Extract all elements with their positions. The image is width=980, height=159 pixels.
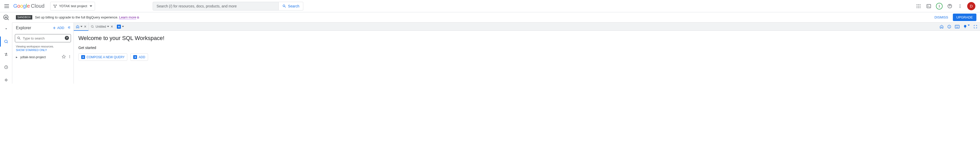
search-button[interactable]: Search [279, 2, 303, 11]
svg-rect-31 [958, 26, 958, 26]
svg-point-8 [920, 6, 920, 6]
svg-point-14 [950, 7, 950, 7]
tabstrip-actions [940, 22, 980, 31]
tree-project-node[interactable]: ▸ ydtak-test-project [12, 54, 73, 61]
add-button[interactable]: ADD [52, 26, 64, 30]
rail-reservations[interactable] [3, 76, 10, 84]
new-tab-button[interactable]: + [117, 25, 121, 29]
dropdown-icon[interactable] [122, 26, 124, 27]
svg-point-9 [916, 7, 917, 8]
search-icon [282, 4, 286, 8]
explorer-title: Explorer [16, 26, 31, 30]
left-rail [0, 22, 12, 84]
add-button[interactable]: +ADD [130, 53, 148, 61]
bigquery-service-icon[interactable] [0, 14, 12, 21]
dropdown-icon[interactable] [80, 26, 83, 27]
close-icon[interactable]: × [84, 24, 86, 29]
help-icon[interactable] [947, 3, 953, 9]
svg-point-23 [69, 56, 70, 57]
upgrade-button[interactable]: UPGRADE [953, 14, 977, 21]
logo[interactable]: Google Cloud [13, 3, 45, 9]
project-picker[interactable]: YDTAK test project [50, 2, 95, 11]
expand-icon[interactable]: ▸ [16, 55, 18, 59]
learn-more-link[interactable]: Learn more [119, 15, 136, 19]
search-wrap: Search (/) for resources, docs, products… [153, 2, 303, 11]
svg-point-7 [918, 6, 919, 6]
info-icon[interactable] [947, 25, 951, 29]
svg-rect-12 [927, 4, 931, 8]
sandbox-badge: SANDBOX [16, 15, 32, 19]
explorer-search-input[interactable] [15, 34, 71, 42]
tab-strip: × Untitled × + [74, 22, 980, 31]
svg-point-22 [69, 55, 70, 56]
svg-rect-30 [957, 26, 958, 26]
rail-sql-workspace[interactable] [3, 38, 10, 45]
rail-dot[interactable] [3, 25, 10, 32]
tab-new: + [115, 22, 126, 31]
svg-point-25 [91, 26, 94, 27]
sandbox-banner: SANDBOX Set up billing to upgrade to the… [12, 12, 980, 22]
tab-untitled[interactable]: Untitled × [89, 22, 115, 31]
menu-icon[interactable] [3, 3, 10, 9]
banner-text: Set up billing to upgrade to the full Bi… [35, 15, 139, 19]
cloud-shell-icon[interactable] [926, 3, 932, 9]
logo-cloud: Cloud [31, 3, 45, 9]
svg-point-5 [920, 4, 920, 5]
svg-point-16 [960, 6, 961, 6]
dismiss-button[interactable]: DISMISS [934, 15, 948, 19]
dropdown-icon[interactable] [107, 26, 109, 27]
svg-point-21 [5, 79, 7, 81]
body: Explorer ADD ? Viewing workspace resourc… [0, 22, 980, 84]
close-icon[interactable]: × [111, 24, 113, 29]
home-icon [76, 25, 80, 29]
svg-point-10 [918, 7, 919, 8]
svg-point-11 [920, 7, 920, 8]
rail-transfers[interactable] [3, 51, 10, 58]
apps-icon[interactable] [915, 3, 921, 9]
home-shortcut-icon[interactable] [940, 25, 943, 29]
get-started-heading: Get started [78, 46, 975, 50]
project-icon [53, 4, 57, 8]
svg-point-3 [916, 4, 917, 5]
content-area: Welcome to your SQL Workspace! Get start… [74, 31, 980, 65]
project-name: YDTAK test project [59, 4, 88, 8]
top-header: Google Cloud YDTAK test project Search (… [0, 0, 980, 12]
search-help-icon[interactable]: ? [65, 36, 69, 40]
search-icon [17, 36, 21, 40]
avatar[interactable]: D [967, 2, 975, 10]
viewing-info: Viewing workspace resources. [12, 43, 73, 48]
external-icon: ⧉ [137, 16, 139, 19]
notifications-badge[interactable]: 1 [936, 3, 943, 10]
svg-rect-28 [956, 26, 956, 26]
tab-home[interactable]: × [74, 22, 89, 31]
show-starred-link[interactable]: SHOW STARRED ONLY [12, 48, 73, 54]
svg-point-17 [960, 7, 961, 8]
more-icon[interactable] [68, 55, 72, 59]
query-icon [91, 25, 94, 28]
svg-rect-27 [955, 25, 959, 28]
collapse-panel-icon[interactable] [67, 25, 72, 31]
explorer-search: ? [15, 34, 71, 42]
svg-rect-29 [956, 26, 957, 26]
keyboard-icon[interactable] [955, 25, 959, 29]
rail-scheduled[interactable] [3, 64, 10, 71]
explorer-panel: Explorer ADD ? Viewing workspace resourc… [12, 22, 74, 84]
fullscreen-icon[interactable] [973, 25, 977, 29]
dropdown-icon [90, 5, 92, 7]
svg-point-4 [918, 4, 919, 5]
compose-query-button[interactable]: +COMPOSE A NEW QUERY [78, 53, 127, 61]
more-icon[interactable] [957, 3, 963, 9]
explorer-header: Explorer ADD [12, 22, 73, 33]
star-icon[interactable] [62, 55, 66, 59]
search-input[interactable]: Search (/) for resources, docs, products… [153, 2, 279, 11]
tree-node-label: ydtak-test-project [20, 55, 46, 59]
svg-rect-32 [956, 27, 958, 27]
lightbulb-icon[interactable] [963, 25, 970, 29]
svg-point-6 [916, 6, 917, 6]
svg-point-15 [960, 4, 961, 5]
svg-point-24 [69, 58, 70, 58]
main-area: × Untitled × + Welcome to your SQL Work [74, 22, 980, 84]
welcome-title: Welcome to your SQL Workspace! [78, 35, 975, 42]
header-utilities: 1 D [915, 2, 977, 10]
banner-row: SANDBOX Set up billing to upgrade to the… [0, 12, 980, 22]
